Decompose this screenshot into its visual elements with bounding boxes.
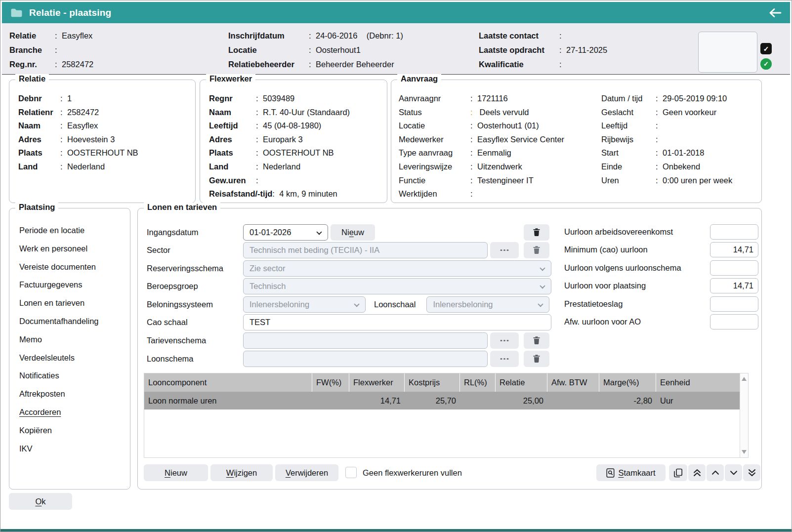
ingangsdatum-select[interactable]: 01-01-2026 — [243, 224, 328, 241]
header-row: Relatie : Easyflex — [9, 29, 93, 43]
field-value: 01-01-2018 — [663, 146, 704, 160]
prestatietoeslag-field[interactable] — [710, 296, 758, 312]
colon: : — [256, 92, 263, 106]
ok-button[interactable]: Ok — [9, 493, 72, 510]
nieuw-looncomponent-button[interactable]: Nieuw — [144, 464, 208, 481]
tarievenschema-browse-button[interactable] — [490, 332, 519, 349]
table-header-cell: Looncomponent — [144, 373, 312, 392]
delete-sector-button[interactable] — [524, 242, 549, 258]
sidebar-item[interactable]: IKV — [19, 440, 130, 458]
checked-checkbox-icon[interactable] — [760, 43, 772, 54]
stamkaart-button[interactable]: Stamkaart — [596, 464, 666, 481]
row-beroepsgroep: Beroepsgroep Technisch — [147, 278, 551, 294]
colon: : — [559, 43, 566, 57]
nieuw-ingangsdatum-button[interactable]: Nieuw — [331, 224, 375, 241]
afw-uurloon-voor-ao-field[interactable] — [710, 314, 758, 329]
table-row-selected[interactable]: Loon normale uren 14,71 25,70 25,00 -2,8… — [144, 392, 740, 409]
button-label: Verwijderen — [286, 468, 328, 478]
field-value: 24-06-2016 (Debnr: 1) — [316, 29, 403, 43]
sidebar-item[interactable]: Accorderen — [19, 403, 130, 421]
field-label: Laatste opdracht — [479, 43, 559, 57]
field-value: 5039489 — [263, 92, 294, 106]
sidebar-item[interactable]: Werk en personeel — [19, 240, 130, 258]
info-row: Naam : Easyflex — [18, 119, 195, 133]
sidebar-item[interactable]: Periode en locatie — [19, 221, 130, 240]
sidebar-item[interactable]: Memo — [19, 330, 130, 349]
info-row: Land : Nederland — [18, 160, 195, 174]
info-row: Medewerker : Easyflex Service Center — [399, 133, 564, 147]
delete-ingangsdatum-button[interactable] — [524, 224, 549, 241]
ellipsis-icon — [503, 358, 505, 360]
table-scrollbar[interactable] — [740, 373, 748, 457]
table-cell — [312, 392, 349, 409]
move-first-button[interactable] — [688, 464, 706, 481]
field-label: Functie — [399, 174, 470, 188]
move-last-button[interactable] — [743, 464, 760, 481]
cao-schaal-input[interactable]: TEST — [243, 314, 551, 330]
geen-flexwerkeruren-checkbox[interactable] — [345, 467, 357, 478]
move-down-button[interactable] — [725, 464, 742, 481]
scroll-up-icon[interactable] — [742, 377, 747, 381]
field-label: Uurloon volgens uurloonschema — [564, 260, 710, 276]
delete-loonschema-button[interactable] — [524, 351, 549, 367]
back-arrow-icon[interactable] — [768, 7, 782, 18]
copy-icon — [673, 468, 683, 478]
trash-icon — [533, 246, 540, 254]
cao-schaal-value: TEST — [250, 318, 270, 327]
uurloon-arbeidsovereenkomst-field — [710, 224, 758, 240]
sidebar-item[interactable]: Notificaties — [19, 367, 130, 385]
tarievenschema-field — [243, 332, 488, 349]
green-check-icon — [760, 58, 772, 70]
row-afw-uurloon-voor-ao: Afw. uurloon voor AO — [564, 314, 758, 329]
info-row: Leeftijd : 45 (04-08-1980) — [209, 119, 387, 133]
colon: : — [60, 92, 67, 106]
colon: : — [470, 133, 477, 147]
colon: : — [470, 174, 477, 188]
info-row: Locatie : Oosterhout1 (01) — [399, 119, 564, 133]
info-row: Geslacht : Geen voorkeur — [601, 106, 732, 120]
field-label: Prestatietoeslag — [564, 296, 710, 312]
sidebar-item[interactable]: Factuurgegevens — [19, 276, 130, 294]
field-label: Aanvraagnr — [399, 92, 470, 106]
loonschema-browse-button[interactable] — [490, 351, 519, 367]
sidebar-item[interactable]: Kopiëren — [19, 421, 130, 440]
verwijderen-button[interactable]: Verwijderen — [275, 464, 338, 481]
field-value: Onbekend — [663, 160, 700, 174]
colon: : — [309, 57, 316, 72]
info-row: Leeftijd : — [601, 119, 732, 133]
field-label: Adres — [18, 133, 60, 147]
header-row: Reg.nr. : 2582472 — [9, 57, 93, 72]
sector-browse-button[interactable] — [490, 242, 519, 258]
uurloon-volgens-uurloonschema-field — [710, 260, 758, 276]
row-sector: Sector Technisch met beding (TECIIA) - I… — [147, 242, 488, 258]
copy-button[interactable] — [669, 464, 687, 481]
sidebar-item[interactable]: Documentafhandeling — [19, 312, 130, 330]
uurloon-voor-plaatsing-field[interactable]: 14,71 — [710, 278, 758, 293]
field-label: Start — [601, 146, 656, 160]
sidebar-item[interactable]: Verdeelsleutels — [19, 349, 130, 367]
move-up-button[interactable] — [707, 464, 724, 481]
sidebar-item[interactable]: Aftrekposten — [19, 385, 130, 403]
field-label: Reisafstand/-tijd — [209, 187, 272, 201]
sidebar-item[interactable]: Lonen en tarieven — [19, 294, 130, 312]
scroll-down-icon[interactable] — [742, 450, 747, 454]
delete-tarievenschema-button[interactable] — [524, 332, 549, 349]
double-chevron-down-icon — [747, 468, 757, 478]
minimum-cao-uurloon-field[interactable]: 14,71 — [710, 242, 758, 257]
sidebar-item[interactable]: Vereiste documenten — [19, 258, 130, 276]
field-label: Uren — [601, 174, 656, 188]
beloningssysteem-label: Beloningssysteem — [147, 296, 243, 313]
info-row: Plaats : OOSTERHOUT NB — [209, 146, 387, 160]
row-minimum-cao-uurloon: Minimum (cao) uurloon 14,71 — [564, 242, 758, 257]
info-row: Adres : Hoevestein 3 — [18, 133, 195, 147]
groupbox-relatie: Relatie Debnr : 1 Relatienr : 2582472 Na… — [9, 80, 196, 203]
colon: : — [60, 146, 67, 160]
wijzigen-button[interactable]: Wijzigen — [210, 464, 273, 481]
row-ingangsdatum: Ingangsdatum 01-01-2026 Nieuw — [147, 224, 375, 241]
field-value: Geen voorkeur — [663, 106, 716, 120]
field-value: 0:00 uren per week — [663, 174, 732, 188]
row-tarievenschema: Tarievenschema — [147, 332, 488, 349]
looncomponent-table: Looncomponent FW(%) Flexwerker Kostprijs… — [144, 373, 749, 458]
header-row: Kwalificatie : — [479, 57, 607, 72]
info-row: Functie : Testengineer IT — [399, 174, 564, 188]
